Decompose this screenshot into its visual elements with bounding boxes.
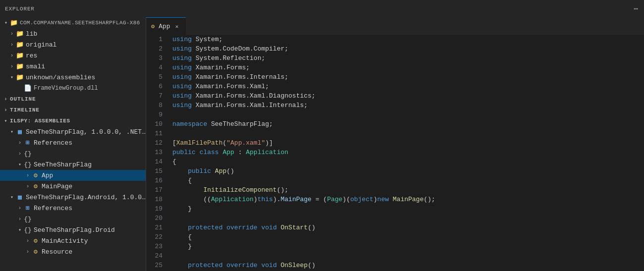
sidebar-item-ns-droid[interactable]: {} SeeTheSharpFlag.Droid xyxy=(0,224,146,235)
assembly-seethesharpflag[interactable]: ▦ SeeTheSharpFlag, 1.0.0.0, .NETSta... xyxy=(0,126,146,137)
sidebar-item-mainpage[interactable]: ⚙ MainPage xyxy=(0,181,146,192)
ns-droid-icon: {} xyxy=(24,226,32,234)
more-icon[interactable]: ⋯ xyxy=(632,4,640,13)
line-number: 5 xyxy=(146,73,168,81)
line-content: using System.CodeDom.Compiler; xyxy=(168,44,288,54)
line-content: public App() xyxy=(168,166,234,176)
sidebar-item-app[interactable]: ⚙ App xyxy=(0,170,146,181)
mainactivity-icon: ⚙ xyxy=(32,237,40,245)
mainpage-chevron xyxy=(24,184,32,189)
sidebar-item-smali[interactable]: 📁 smali xyxy=(0,61,146,72)
code-line-11: 11 xyxy=(146,129,644,138)
line-number: 12 xyxy=(146,139,168,147)
ns-empty1-chevron xyxy=(16,151,24,157)
line-content: using System.Reflection; xyxy=(168,54,265,63)
sidebar-item-ns-seethesharpflag[interactable]: {} SeeTheSharpFlag xyxy=(0,159,146,170)
line-number: 24 xyxy=(146,252,168,260)
section-timeline[interactable]: TIMELINE xyxy=(0,105,146,115)
sidebar-item-lib[interactable]: 📁 lib xyxy=(0,28,146,39)
app-chevron xyxy=(24,173,32,178)
tab-close-btn[interactable]: ✕ xyxy=(174,23,180,30)
code-line-10: 10namespace SeeTheSharpFlag; xyxy=(146,119,644,129)
line-number: 22 xyxy=(146,233,168,241)
sidebar-item-frameviewgroup[interactable]: 📄 FrameViewGroup.dll xyxy=(0,83,146,94)
code-editor[interactable]: 1using System;2using System.CodeDom.Comp… xyxy=(146,35,644,271)
line-number: 23 xyxy=(146,243,168,250)
line-number: 1 xyxy=(146,36,168,43)
sidebar-item-unknown-assemblies[interactable]: 📁 unknown/assemblies xyxy=(0,72,146,83)
code-line-15: 15 public App() xyxy=(146,166,644,176)
line-content: using Xamarin.Forms.Xaml; xyxy=(168,82,269,91)
tab-app-label: App xyxy=(159,23,170,30)
line-content: { xyxy=(168,176,192,185)
line-number: 13 xyxy=(146,149,168,156)
code-line-22: 22 { xyxy=(146,232,644,242)
code-line-3: 3using System.Reflection; xyxy=(146,54,644,63)
res-chevron xyxy=(8,53,16,58)
assembly1-label: SeeTheSharpFlag, 1.0.0.0, .NETSta... xyxy=(26,128,146,136)
code-line-7: 7using Xamarin.Forms.Xaml.Diagnostics; xyxy=(146,91,644,101)
main-area: 📁 COM.COMPANYNAME.SEETHESHARPFLAG-X86 📁 … xyxy=(0,17,644,271)
ilspy-label: ILSPY: ASSEMBLIES xyxy=(10,118,70,124)
line-content: InitializeComponent(); xyxy=(168,185,288,195)
line-number: 14 xyxy=(146,158,168,165)
top-bar-icons: ⋯ xyxy=(632,4,644,13)
line-number: 7 xyxy=(146,92,168,100)
ns-empty1-icon: {} xyxy=(24,150,32,158)
code-line-18: 18 ((Application)this).MainPage = (Page)… xyxy=(146,195,644,204)
original-chevron xyxy=(8,42,16,48)
sidebar-item-res[interactable]: 📁 res xyxy=(0,50,146,61)
section-outline[interactable]: OUTLINE xyxy=(0,94,146,105)
line-number: 15 xyxy=(146,167,168,175)
resource-chevron xyxy=(24,249,32,255)
lib-chevron xyxy=(8,31,16,37)
section-ilspy[interactable]: ILSPY: ASSEMBLIES xyxy=(0,115,146,126)
line-number: 16 xyxy=(146,177,168,184)
original-folder-icon: 📁 xyxy=(16,41,24,49)
ns-droid-label: SeeTheSharpFlag.Droid xyxy=(34,226,115,234)
code-line-16: 16 { xyxy=(146,176,644,185)
ns-seethesharpflag-label: SeeTheSharpFlag xyxy=(34,161,92,168)
line-content: [XamlFilePath("App.xaml")] xyxy=(168,138,273,148)
line-number: 21 xyxy=(146,224,168,231)
sidebar-root[interactable]: 📁 COM.COMPANYNAME.SEETHESHARPFLAG-X86 xyxy=(0,17,146,28)
ns-seethesharpflag-icon: {} xyxy=(24,161,32,168)
root-chevron xyxy=(2,20,10,26)
tab-bar: ⚙ App ✕ xyxy=(146,17,644,35)
assembly2-icon: ▦ xyxy=(16,193,24,201)
unknown-assemblies-label: unknown/assemblies xyxy=(26,74,95,81)
root-folder-icon: 📁 xyxy=(10,19,18,27)
line-content: } xyxy=(168,204,192,214)
assembly1-chevron xyxy=(8,129,16,135)
assembly-android[interactable]: ▦ SeeTheSharpFlag.Android, 1.0.0.0, ... xyxy=(0,192,146,203)
smali-label: smali xyxy=(26,63,45,70)
sidebar-item-ns-empty2[interactable]: {} xyxy=(0,214,146,224)
code-line-9: 9 xyxy=(146,110,644,119)
ns-seethesharpflag-chevron xyxy=(16,162,24,167)
sidebar-item-ns-empty1[interactable]: {} xyxy=(0,148,146,159)
sidebar-item-references2[interactable]: ⊞ References xyxy=(0,203,146,214)
code-line-24: 24 xyxy=(146,251,644,261)
timeline-chevron xyxy=(2,108,10,113)
code-line-12: 12[XamlFilePath("App.xaml")] xyxy=(146,138,644,148)
code-line-21: 21 protected override void OnStart() xyxy=(146,223,644,232)
original-label: original xyxy=(26,41,56,49)
frameviewgroup-icon: 📄 xyxy=(24,84,32,92)
line-content: } xyxy=(168,242,192,251)
code-line-14: 14{ xyxy=(146,157,644,166)
line-content: using Xamarin.Forms.Internals; xyxy=(168,72,288,82)
sidebar-item-resource[interactable]: ⚙ Resource xyxy=(0,246,146,257)
mainpage-icon: ⚙ xyxy=(32,182,40,190)
smali-chevron xyxy=(8,64,16,69)
tab-app[interactable]: ⚙ App ✕ xyxy=(146,17,186,35)
smali-folder-icon: 📁 xyxy=(16,62,24,70)
sidebar-item-mainactivity[interactable]: ⚙ MainActivity xyxy=(0,235,146,246)
sidebar-item-original[interactable]: 📁 original xyxy=(0,39,146,50)
code-line-5: 5using Xamarin.Forms.Internals; xyxy=(146,72,644,82)
sidebar-item-references1[interactable]: ⊞ References xyxy=(0,137,146,148)
references1-chevron xyxy=(16,140,24,146)
app-label: App xyxy=(42,172,53,179)
code-line-20: 20 xyxy=(146,214,644,223)
root-label: COM.COMPANYNAME.SEETHESHARPFLAG-X86 xyxy=(20,20,140,26)
lib-label: lib xyxy=(26,30,37,38)
